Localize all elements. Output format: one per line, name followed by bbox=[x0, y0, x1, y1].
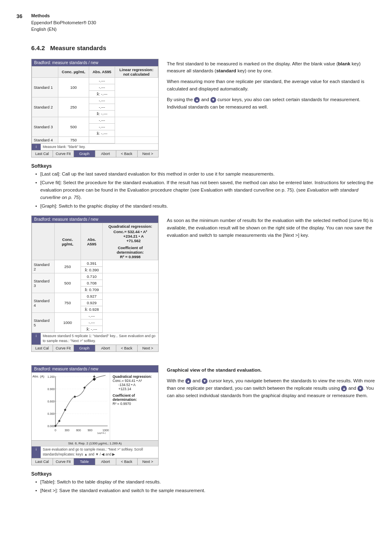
graph-svg: 1.200 0.900 0.600 0.300 bbox=[44, 375, 110, 434]
std1-v2: -.--- bbox=[89, 84, 115, 90]
std3-conc: 500 bbox=[58, 117, 89, 136]
block1: Bradford: measure standards / new Conc. … bbox=[31, 59, 376, 158]
up-cursor-icon3: ▲ bbox=[341, 386, 347, 391]
svg-text:0: 0 bbox=[55, 429, 56, 432]
col-abs: Abs. A595 bbox=[89, 66, 115, 77]
softkeys1-title: Softkeys bbox=[31, 163, 376, 169]
s4-avg: x̄: 0.928 bbox=[81, 306, 103, 313]
s3-label: Standard 3 bbox=[32, 273, 55, 293]
graph-coeff: Coefficient of determination: R² = 0.997… bbox=[113, 393, 156, 406]
screen2-softkeys: Last Cal Curve Fit Graph Abort < Back Ne… bbox=[32, 345, 158, 352]
softkey-back[interactable]: < Back bbox=[116, 150, 138, 157]
softkey2-curvefit[interactable]: Curve Fit bbox=[53, 345, 74, 352]
graph-area: Abs. (A) 1.200 bbox=[32, 372, 158, 440]
s3-v1: 0.710 bbox=[81, 273, 103, 280]
softkey3-item1: [Table]: Switch to the table display of … bbox=[35, 479, 376, 486]
graph-coeff-label: Coefficient of determination: bbox=[113, 393, 156, 402]
graph-reg-line1: Conc.= 924.41 • A² bbox=[113, 379, 156, 383]
block3: Bradford: measure standards / new Abs. (… bbox=[31, 365, 376, 465]
screen2-container: Bradford: measure standards / new Conc. … bbox=[31, 215, 159, 352]
info-button[interactable]: i bbox=[32, 144, 41, 150]
up-cursor-icon: ▲ bbox=[194, 97, 200, 103]
spacer1 bbox=[16, 358, 376, 365]
screen2: Bradford: measure standards / new Conc. … bbox=[31, 215, 159, 352]
softkey3-next[interactable]: Next > bbox=[138, 458, 159, 465]
softkey3-abort[interactable]: Abort bbox=[95, 458, 117, 465]
s2-label: Standard 2 bbox=[32, 260, 55, 273]
softkey2-abort[interactable]: Abort bbox=[95, 345, 117, 352]
softkey-next[interactable]: Next > bbox=[138, 150, 159, 157]
softkey2-back[interactable]: < Back bbox=[116, 345, 138, 352]
std3-avg: x̄: -.--- bbox=[89, 130, 115, 136]
softkeys3-title: Softkeys bbox=[31, 471, 376, 477]
softkeys3: Softkeys [Table]: Switch to the table di… bbox=[31, 471, 376, 495]
softkey3-item2: [Next >]: Save the standard evaluation a… bbox=[35, 487, 376, 495]
text1-p2: When measuring more than one replicate p… bbox=[167, 78, 376, 93]
s2-conc: 250 bbox=[54, 260, 81, 273]
svg-text:900: 900 bbox=[88, 429, 92, 432]
text3: Graphical view of the standard evaluatio… bbox=[167, 365, 376, 465]
softkey2-graph[interactable]: Graph bbox=[74, 345, 95, 352]
svg-text:600: 600 bbox=[76, 429, 81, 432]
screen2-table: Conc. µg/mL Abs. A595 Quadratical regres… bbox=[32, 223, 158, 333]
table-row: Standard 5 1000 -.--- bbox=[32, 313, 158, 319]
info-text: Measure blank: "blank" key. bbox=[41, 144, 158, 150]
s3-avg: x̄: 0.709 bbox=[81, 287, 103, 293]
text2-p1: As soon as the minimum number of results… bbox=[167, 217, 376, 239]
softkey3-back[interactable]: < Back bbox=[116, 458, 138, 465]
screen3-softkeys: Last Cal Curve Fit Table Abort < Back Ne… bbox=[32, 458, 158, 465]
std1-v1: -.--- bbox=[89, 77, 115, 84]
softkey3-lastcal[interactable]: Last Cal bbox=[32, 458, 53, 465]
s5-label: Standard 5 bbox=[32, 313, 55, 333]
s2-v1: 0.391 bbox=[81, 260, 103, 267]
coeff-label2: Coefficient of determination: bbox=[104, 245, 156, 254]
text1-p3: By using the ▲ and ▼ cursor keys, you al… bbox=[167, 96, 376, 111]
coeff-value2: R² = 0.9998 bbox=[104, 254, 156, 259]
reg-line3: +71.562 bbox=[104, 238, 156, 243]
graph-regression: Quadratical regression: Conc.= 924.41 • … bbox=[113, 375, 156, 391]
softkey1-item3: [Graph]: Switch to the graphic display o… bbox=[35, 203, 376, 210]
svg-marker-23 bbox=[64, 409, 67, 411]
svg-marker-24 bbox=[74, 395, 76, 398]
screen1-softkeys: Last Cal Curve Fit Graph Abort < Back Ne… bbox=[32, 150, 158, 157]
selected-point-label: Std. 6, Rep. 2 (1300 µg/mL; 1.289 A) bbox=[32, 440, 158, 446]
s5-v1: -.--- bbox=[81, 313, 103, 319]
softkey-lastcal[interactable]: Last Cal bbox=[32, 150, 53, 157]
softkey-graph[interactable]: Graph bbox=[74, 150, 95, 157]
std1-avg: x̄: -.--- bbox=[89, 90, 115, 97]
svg-text:1.200: 1.200 bbox=[47, 375, 55, 378]
softkey3-table[interactable]: Table bbox=[74, 458, 95, 465]
softkey2-lastcal[interactable]: Last Cal bbox=[32, 345, 53, 352]
text1: The first standard to be measured is mar… bbox=[167, 59, 376, 158]
std2-conc: 250 bbox=[58, 97, 89, 117]
table-row: Standard 1 100 -.--- bbox=[32, 77, 158, 84]
screen3: Bradford: measure standards / new Abs. (… bbox=[31, 365, 159, 465]
s5-avg: x̄: -.--- bbox=[81, 326, 103, 333]
std1-label: Standard 1 bbox=[32, 77, 58, 97]
s4-v2: 0.929 bbox=[81, 300, 103, 306]
table-row: Standard 2 250 -.--- bbox=[32, 97, 158, 104]
col-label bbox=[32, 223, 55, 260]
std4-v1 bbox=[89, 136, 115, 143]
info-button3[interactable]: i bbox=[32, 446, 41, 458]
graph-coeff-value: R² = 0.9970 bbox=[113, 402, 156, 406]
std1-conc: 100 bbox=[58, 77, 89, 97]
text3-p2: With the ▲ and ▼ cursor keys, you naviga… bbox=[167, 377, 376, 399]
info-button2[interactable]: i bbox=[32, 333, 41, 345]
screen1-container: Bradford: measure standards / new Conc. … bbox=[31, 59, 159, 158]
text1-p1: The first standard to be measured is mar… bbox=[167, 60, 376, 75]
softkey-abort[interactable]: Abort bbox=[95, 150, 117, 157]
softkeys1-list: [Last cal]: Call up the last saved stand… bbox=[31, 171, 376, 210]
s4-label: Standard 4 bbox=[32, 293, 55, 313]
std3-v2: -.--- bbox=[89, 123, 115, 130]
softkeys3-list: [Table]: Switch to the table display of … bbox=[31, 479, 376, 495]
softkey2-next[interactable]: Next > bbox=[138, 345, 159, 352]
graph-reg-line3: +123.14 bbox=[113, 387, 156, 391]
s3-v2: 0.708 bbox=[81, 280, 103, 287]
softkey-curvefit[interactable]: Curve Fit bbox=[53, 150, 74, 157]
s4-v1: 0.927 bbox=[81, 293, 103, 300]
reg-line2: +234.21 • A bbox=[104, 234, 156, 238]
block2: Bradford: measure standards / new Conc. … bbox=[31, 215, 376, 352]
softkey3-curvefit[interactable]: Curve Fit bbox=[53, 458, 74, 465]
softkey1-item2: [Curve fit]: Select the procedure for th… bbox=[35, 179, 376, 201]
